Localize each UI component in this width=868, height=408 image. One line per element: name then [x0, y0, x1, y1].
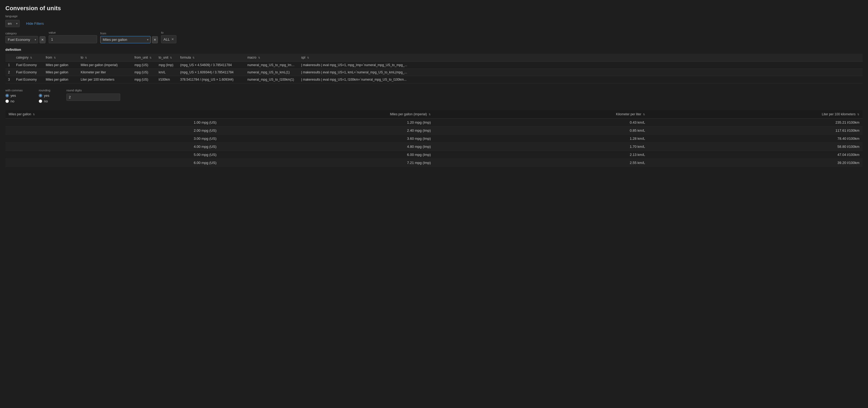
def-cell-to: Liter per 100 kilometers	[78, 76, 132, 83]
rounding-no-row: no	[39, 99, 50, 103]
with-commas-label: with commas	[5, 89, 23, 92]
data-cell-kpl: 0.85 km/L	[434, 127, 648, 135]
def-cell-to-unit: l/100km	[156, 76, 178, 83]
data-cell-l100km: 117.61 l/100km	[648, 127, 863, 135]
options-row: with commas yes no rounding yes no round…	[5, 89, 863, 105]
sort-formula-icon: ⇅	[192, 57, 195, 59]
data-cell-mpg-imp: 6.00 mpg (Imp)	[220, 151, 434, 159]
data-cell-mpg-imp: 1.20 mpg (Imp)	[220, 119, 434, 127]
def-col-category[interactable]: category ⇅	[13, 54, 43, 62]
from-select[interactable]: Miles per gallon Kilometer per liter Lit…	[100, 36, 151, 43]
to-clear-icon[interactable]: ✕	[171, 37, 174, 41]
value-input[interactable]: 1	[49, 35, 97, 43]
value-group: value 1	[49, 31, 97, 43]
data-row: 6.00 mpg (US) 7.21 mpg (Imp) 2.55 km/L 3…	[5, 159, 863, 167]
from-select-container: Miles per gallon Kilometer per liter Lit…	[100, 36, 151, 43]
category-label: category	[5, 32, 45, 35]
def-col-to-unit[interactable]: to_unit ⇅	[156, 54, 178, 62]
def-cell-formula: (mpg_US × 4.54609) / 3.785411784	[178, 62, 245, 69]
def-cell-from: Miles per gallon	[43, 62, 78, 69]
data-col-1[interactable]: Miles per gallon ⇅	[5, 110, 220, 119]
value-label: value	[49, 31, 97, 34]
data-cell-mpg-imp: 3.60 mpg (Imp)	[220, 135, 434, 143]
rounding-yes-label: yes	[44, 94, 49, 98]
def-cell-macro: numeral_mpg_US_to_l100km(1)	[245, 76, 299, 83]
data-col-4[interactable]: Liter per 100 kilometers ⇅	[648, 110, 863, 119]
data-cell-l100km: 78.40 l/100km	[648, 135, 863, 143]
data-row: 1.00 mpg (US) 1.20 mpg (Imp) 0.43 km/L 2…	[5, 119, 863, 127]
data-cell-mpg: 6.00 mpg (US)	[5, 159, 220, 167]
top-bar: language en de fr ▾ Hide Filters	[5, 14, 863, 27]
data-row: 4.00 mpg (US) 4.80 mpg (Imp) 1.70 km/L 5…	[5, 143, 863, 151]
data-cell-kpl: 2.13 km/L	[434, 151, 648, 159]
def-cell-from: Miles per gallon	[43, 76, 78, 83]
def-cell-category: Fuel Economy	[13, 76, 43, 83]
to-group: to ALL ✕	[161, 31, 176, 43]
with-commas-group: with commas yes no	[5, 89, 23, 105]
sort-mpg-imp-icon: ⇅	[429, 113, 431, 116]
from-group: from Miles per gallon Kilometer per lite…	[100, 32, 158, 43]
data-table: Miles per gallon ⇅ Miles per gallon (imp…	[5, 110, 863, 167]
def-col-spl[interactable]: spl ⇅	[299, 54, 863, 62]
rounding-no-radio[interactable]	[39, 99, 42, 103]
def-cell-from-unit: mpg (US)	[132, 62, 156, 69]
round-digits-group: round digits	[66, 89, 120, 105]
with-commas-no-label: no	[10, 99, 14, 103]
data-cell-mpg: 3.00 mpg (US)	[5, 135, 220, 143]
language-select[interactable]: en de fr	[5, 20, 20, 27]
with-commas-no-row: no	[5, 99, 23, 103]
with-commas-yes-label: yes	[10, 94, 16, 98]
round-digits-input[interactable]	[66, 94, 120, 101]
def-col-macro[interactable]: macro ⇅	[245, 54, 299, 62]
rounding-group: rounding yes no	[39, 89, 50, 105]
sort-to-unit-icon: ⇅	[170, 57, 172, 59]
def-cell-spl: | makeresults | eval mpg_US=1, kmL=`nume…	[299, 69, 863, 76]
sort-from-icon: ⇅	[54, 57, 56, 59]
sort-macro-icon: ⇅	[258, 57, 260, 59]
sort-spl-icon: ⇅	[307, 57, 309, 59]
language-select-container: en de fr ▾	[5, 20, 20, 27]
data-cell-mpg-imp: 7.21 mpg (Imp)	[220, 159, 434, 167]
def-cell-spl: | makeresults | eval mpg_US=1, l100km=`n…	[299, 76, 863, 83]
def-cell-macro: numeral_mpg_US_to_mpg_Imp(1)	[245, 62, 299, 69]
rounding-yes-radio[interactable]	[39, 94, 42, 97]
def-cell-formula: (mpg_US × 1.609344) / 3.785411784	[178, 69, 245, 76]
rounding-yes-row: yes	[39, 94, 50, 98]
def-cell-num: 2	[5, 69, 13, 76]
to-tag-container: ALL ✕	[161, 35, 176, 43]
data-cell-mpg: 2.00 mpg (US)	[5, 127, 220, 135]
def-row: 3 Fuel Economy Miles per gallon Liter pe…	[5, 76, 863, 83]
def-cell-from-unit: mpg (US)	[132, 76, 156, 83]
language-label: language	[5, 14, 20, 18]
to-value: ALL	[163, 37, 170, 41]
page-title: Conversion of units	[5, 5, 863, 12]
def-col-formula[interactable]: formula ⇅	[178, 54, 245, 62]
data-cell-mpg-imp: 4.80 mpg (Imp)	[220, 143, 434, 151]
sort-mpg-icon: ⇅	[33, 113, 35, 116]
def-row: 1 Fuel Economy Miles per gallon Miles pe…	[5, 62, 863, 69]
sort-from-unit-icon: ⇅	[150, 57, 152, 59]
hide-filters-button[interactable]: Hide Filters	[26, 22, 44, 27]
def-cell-from: Miles per gallon	[43, 69, 78, 76]
def-col-from[interactable]: from ⇅	[43, 54, 78, 62]
data-cell-mpg: 4.00 mpg (US)	[5, 143, 220, 151]
def-cell-num: 1	[5, 62, 13, 69]
def-col-num	[5, 54, 13, 62]
rounding-label: rounding	[39, 89, 50, 92]
with-commas-no-radio[interactable]	[5, 99, 9, 103]
from-clear-button[interactable]: ✕	[152, 36, 158, 43]
data-col-3[interactable]: Kilometer per liter ⇅	[434, 110, 648, 119]
with-commas-yes-radio[interactable]	[5, 94, 9, 97]
data-col-2[interactable]: Miles per gallon (imperial) ⇅	[220, 110, 434, 119]
language-group: language en de fr ▾	[5, 14, 20, 27]
def-cell-macro: numeral_mpg_US_to_kmL(1)	[245, 69, 299, 76]
def-cell-spl: | makeresults | eval mpg_US=1, mpg_Imp=`…	[299, 62, 863, 69]
def-col-to[interactable]: to ⇅	[78, 54, 132, 62]
def-col-from-unit[interactable]: from_unit ⇅	[132, 54, 156, 62]
category-clear-button[interactable]: ✕	[39, 36, 45, 43]
sort-category-icon: ⇅	[30, 57, 32, 59]
data-cell-l100km: 58.80 l/100km	[648, 143, 863, 151]
category-select[interactable]: Fuel Economy Length Weight	[5, 36, 38, 43]
rounding-no-label: no	[44, 99, 48, 103]
with-commas-yes-row: yes	[5, 94, 23, 98]
